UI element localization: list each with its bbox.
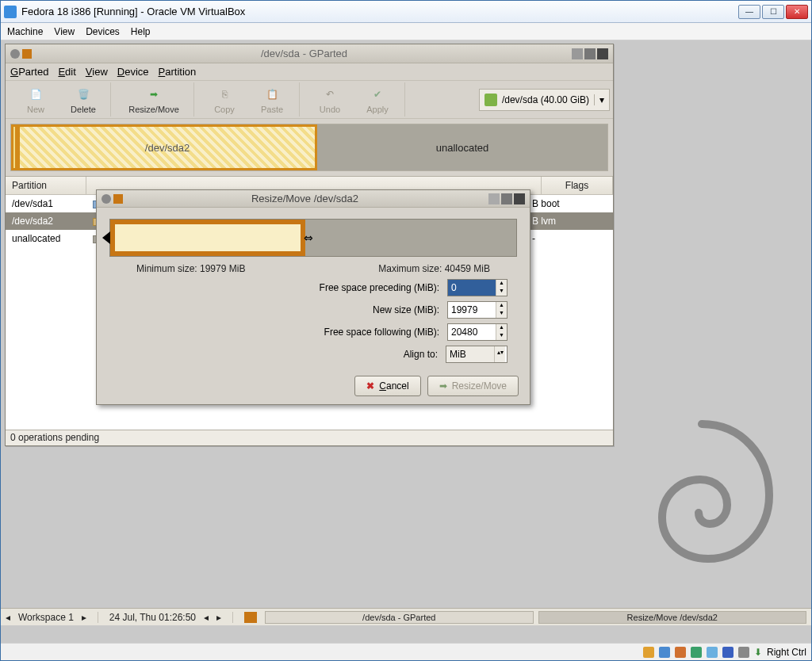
vb-statusbar: ⬇ Right Ctrl <box>1 643 811 660</box>
app-icon <box>22 49 32 59</box>
taskbar-task-resize[interactable]: Resize/Move /dev/sda2 <box>538 611 807 624</box>
toolbar-undo-button[interactable]: ↶Undo <box>308 83 352 117</box>
close-button[interactable] <box>597 48 608 59</box>
maximize-button[interactable] <box>501 193 512 204</box>
trash-icon: 🗑️ <box>75 86 92 103</box>
vb-menubar: Machine View Devices Help <box>1 23 811 40</box>
vb-menu-devices[interactable]: Devices <box>86 26 120 37</box>
chevron-down-icon[interactable]: ▼ <box>496 310 507 318</box>
vb-titlebar[interactable]: Fedora 18 i386 [Running] - Oracle VM Vir… <box>1 1 811 23</box>
vb-menu-view[interactable]: View <box>54 26 75 37</box>
gparted-taskbar-icon[interactable] <box>244 612 257 623</box>
resize-move-dialog: Resize/Move /dev/sda2 ⇔ Minimum size: 19… <box>96 189 530 405</box>
chevron-up-icon[interactable]: ▲ <box>496 302 507 310</box>
spinner-buttons[interactable]: ▲▼ <box>496 324 507 340</box>
resize-arrow-icon: ➡ <box>145 86 163 103</box>
virtualbox-window: Fedora 18 i386 [Running] - Oracle VM Vir… <box>0 0 812 661</box>
vb-menu-help[interactable]: Help <box>131 26 151 37</box>
th-flags[interactable]: Flags <box>542 177 613 194</box>
partition-bar-sda1[interactable] <box>11 124 17 170</box>
display-icon[interactable] <box>722 647 733 658</box>
gparted-titlebar[interactable]: /dev/sda - GParted <box>6 44 613 63</box>
input-new-size[interactable] <box>448 302 496 318</box>
resize-move-button[interactable]: ➡ Resize/Move <box>427 376 519 396</box>
host-key-label: Right Ctrl <box>767 647 806 658</box>
label-following: Free space following (MiB): <box>119 327 439 338</box>
fedora-taskbar: ◂ Workspace 1 ▸ 24 Jul, Thu 01:26:50 ◂ ▸… <box>1 608 811 625</box>
cancel-x-icon: ✖ <box>366 380 374 392</box>
chevron-down-icon[interactable]: ⬇ <box>754 647 762 658</box>
td-partition: unallocated <box>6 233 86 244</box>
chevron-up-icon[interactable]: ▲ <box>496 280 507 288</box>
maximize-button[interactable]: ☐ <box>762 5 784 19</box>
chevron-down-icon[interactable]: ▼ <box>496 332 507 340</box>
taskbar-datetime[interactable]: 24 Jul, Thu 01:26:50 <box>109 612 196 623</box>
toolbar-delete-button[interactable]: 🗑️Delete <box>61 83 105 117</box>
app-icon <box>113 194 123 204</box>
dropdown-arrows[interactable]: ▴▾ <box>494 346 505 362</box>
partition-bar-unallocated[interactable]: unallocated <box>317 124 607 170</box>
optical-icon[interactable] <box>659 647 670 658</box>
close-button[interactable] <box>514 193 525 204</box>
menu-view[interactable]: View <box>86 66 108 78</box>
partition-bar-unallocated-label: unallocated <box>436 142 489 154</box>
vb-title: Fedora 18 i386 [Running] - Oracle VM Vir… <box>21 6 738 17</box>
gparted-window-controls <box>570 48 608 59</box>
virtualbox-icon <box>4 6 17 18</box>
menu-partition[interactable]: Partition <box>159 66 197 78</box>
select-align[interactable]: ▴▾ <box>446 346 508 363</box>
dialog-titlebar[interactable]: Resize/Move /dev/sda2 <box>97 190 530 208</box>
copy-icon: ⎘ <box>216 86 233 103</box>
minimize-button[interactable] <box>488 193 500 204</box>
input-following[interactable] <box>448 324 496 340</box>
toolbar-paste-button[interactable]: 📋Paste <box>250 83 294 117</box>
th-partition[interactable]: Partition <box>6 177 86 194</box>
input-preceding[interactable] <box>448 280 496 296</box>
cancel-button[interactable]: ✖ Cancel <box>354 376 420 396</box>
spin-preceding: ▲▼ <box>447 279 508 296</box>
workspace-prev-icon[interactable]: ◂ <box>6 612 10 623</box>
min-max-labels: Minimum size: 19979 MiB Maximum size: 40… <box>97 263 530 274</box>
spin-new-size: ▲▼ <box>447 301 508 319</box>
input-align[interactable] <box>446 346 494 362</box>
resize-cursor-icon[interactable]: ⇔ <box>304 231 313 244</box>
chevron-down-icon[interactable]: ▼ <box>496 288 507 296</box>
menu-device[interactable]: Device <box>117 66 149 78</box>
new-icon: 📄 <box>27 86 44 103</box>
workspace-next-icon[interactable]: ▸ <box>82 612 86 623</box>
toolbar-apply-button[interactable]: ✔Apply <box>355 83 400 117</box>
hdd-icon[interactable] <box>643 647 654 658</box>
vb-menu-machine[interactable]: Machine <box>7 26 43 37</box>
td-flags: B lvm <box>526 216 613 227</box>
device-selector[interactable]: /dev/sda (40.00 GiB) ▾ <box>479 89 610 111</box>
network-icon[interactable] <box>675 647 686 658</box>
dialog-title: Resize/Move /dev/sda2 <box>123 193 487 204</box>
chevron-up-icon[interactable]: ▲ <box>496 324 507 332</box>
workspace-label[interactable]: Workspace 1 <box>18 612 74 623</box>
dialog-window-controls <box>487 193 525 204</box>
partition-bar-sda2[interactable]: /dev/sda2 <box>17 124 317 170</box>
maximize-button[interactable] <box>584 48 596 59</box>
arrow-left-icon[interactable]: ◂ <box>204 612 209 623</box>
menu-edit[interactable]: Edit <box>58 66 75 78</box>
spinner-buttons[interactable]: ▲▼ <box>496 280 507 296</box>
slider-handle-left-icon[interactable] <box>102 231 110 244</box>
toolbar-copy-button[interactable]: ⎘Copy <box>202 83 247 117</box>
slider-partition-region[interactable] <box>110 220 305 256</box>
usb-icon[interactable] <box>691 647 702 658</box>
debian-swirl-icon <box>622 416 781 575</box>
close-button[interactable]: ✕ <box>786 5 808 19</box>
resize-slider[interactable]: ⇔ <box>109 219 517 257</box>
arrow-right-icon[interactable]: ▸ <box>216 612 221 623</box>
toolbar-resize-button[interactable]: ➡Resize/Move <box>119 83 189 117</box>
menu-gparted[interactable]: GParted <box>10 66 48 78</box>
spinner-buttons[interactable]: ▲▼ <box>496 302 507 318</box>
minimize-button[interactable] <box>572 48 583 59</box>
toolbar-new-button[interactable]: 📄New <box>13 83 58 117</box>
minimize-button[interactable]: — <box>738 5 760 19</box>
mouse-icon[interactable] <box>738 647 749 658</box>
shared-folder-icon[interactable] <box>707 647 718 658</box>
taskbar-task-gparted[interactable]: /dev/sda - GParted <box>265 611 534 624</box>
label-align: Align to: <box>119 349 438 360</box>
partition-bar[interactable]: /dev/sda2 unallocated <box>10 124 608 171</box>
